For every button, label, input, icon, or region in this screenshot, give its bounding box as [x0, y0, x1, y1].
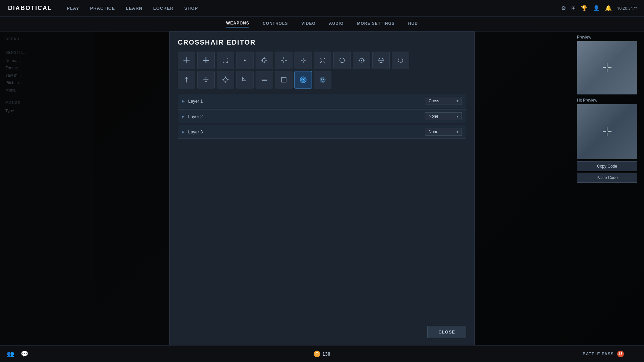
layer-1-select[interactable]: Cross None Dot Circle Square [425, 97, 462, 105]
crosshair-btn-four-arrows[interactable] [197, 71, 215, 88]
nav-play[interactable]: PLAY [67, 6, 79, 11]
hit-preview-crosshair [602, 127, 612, 137]
tab-audio[interactable]: AUDIO [329, 21, 344, 27]
crosshair-btn-square[interactable] [275, 71, 292, 88]
crosshair-btn-cross-gap2[interactable] [294, 52, 312, 69]
crosshair-btn-h-lines[interactable] [256, 71, 273, 88]
crosshair-btn-thick-plus[interactable] [197, 52, 215, 69]
svg-point-28 [361, 60, 362, 61]
chat-icon[interactable]: 💬 [21, 350, 28, 358]
battle-pass-level: 13 [617, 351, 624, 357]
crosshair-btn-circle-fill[interactable] [294, 71, 312, 88]
preview-box [577, 41, 637, 95]
app-logo: DIABOTICAL [0, 5, 60, 12]
layer-2-name: Layer 2 [188, 114, 425, 119]
nav-items: PLAY PRACTICE LEARN LOCKER SHOP [60, 6, 205, 11]
svg-point-12 [244, 60, 246, 61]
svg-point-47 [320, 77, 325, 82]
hit-preview-box [577, 104, 637, 159]
copy-code-button[interactable]: Copy Code [577, 161, 637, 171]
svg-point-49 [323, 79, 324, 80]
paste-code-button[interactable]: Paste Code [577, 173, 637, 183]
balance-display: ¥0.20.347¥ [617, 6, 637, 11]
tab-more-settings[interactable]: MORE SETTINGS [357, 21, 395, 27]
crosshair-btn-thin-plus[interactable] [178, 52, 195, 69]
layer-1-name: Layer 1 [188, 99, 425, 104]
trophy-icon[interactable]: 🏆 [581, 5, 588, 11]
layer-3-select-wrapper: None Cross Dot Circle Square ▼ [425, 128, 462, 136]
modal-title: CROSSHAIR EDITOR [170, 32, 474, 52]
layer-3-arrow: ▶ [182, 130, 185, 134]
layer-2-select-wrapper: None Cross Dot Circle Square ▼ [425, 112, 462, 120]
crosshair-btn-face[interactable] [314, 71, 331, 88]
tab-hud[interactable]: HUD [408, 21, 418, 27]
crosshair-grid [170, 52, 474, 94]
hit-preview-label: Hit Preview [577, 98, 637, 103]
layout-icon[interactable]: ⊞ [571, 5, 576, 11]
crosshair-btn-circle-cross[interactable] [256, 52, 273, 69]
friends-icon[interactable]: 👥 [7, 350, 14, 358]
currency-amount: 130 [322, 351, 330, 357]
crosshair-btn-corner[interactable] [236, 71, 254, 88]
alert-icon[interactable]: 🔔 [605, 5, 612, 11]
layer-2-arrow: ▶ [182, 115, 185, 118]
currency-icon: ⬡ [314, 351, 320, 357]
preview-label: Preview [577, 35, 637, 40]
crosshair-btn-bracket[interactable] [217, 52, 234, 69]
tab-weapons[interactable]: WEAPONS [226, 21, 249, 27]
crosshair-btn-expand[interactable] [314, 52, 331, 69]
top-navigation: DIABOTICAL PLAY PRACTICE LEARN LOCKER SH… [0, 0, 644, 17]
layer-1-arrow: ▶ [182, 99, 185, 103]
nav-locker[interactable]: LOCKER [153, 6, 174, 11]
crosshair-row-2 [178, 71, 466, 88]
bottom-left: 👥 💬 [0, 350, 35, 358]
layer-2-select[interactable]: None Cross Dot Circle Square [425, 112, 462, 120]
crosshair-btn-dot-circle[interactable] [353, 52, 370, 69]
layer-1-select-wrapper: Cross None Dot Circle Square ▼ [425, 97, 462, 105]
close-button[interactable]: Close [427, 326, 466, 338]
svg-point-34 [398, 58, 403, 63]
preview-panel: Preview Hit Preview Copy Code Paste Code [577, 35, 637, 183]
svg-point-26 [340, 58, 344, 63]
crosshair-editor-modal: CROSSHAIR EDITOR [169, 32, 475, 345]
layer-3-name: Layer 3 [188, 129, 425, 134]
crosshair-btn-circle-plus[interactable] [372, 52, 390, 69]
svg-rect-43 [281, 77, 286, 82]
bottom-bar: 👥 💬 ⬡ 130 BATTLE PASS 13 [0, 345, 644, 362]
svg-point-46 [303, 79, 304, 80]
layer-3-select[interactable]: None Cross Dot Circle Square [425, 128, 462, 136]
profile-icon[interactable]: 👤 [593, 5, 600, 11]
tab-controls[interactable]: CONTROLS [263, 21, 288, 27]
crosshair-row-1 [178, 52, 466, 69]
crosshair-btn-diamond[interactable] [217, 71, 234, 88]
tab-video[interactable]: VIDEO [302, 21, 316, 27]
layers-section: ▶ Layer 1 Cross None Dot Circle Square ▼… [170, 94, 474, 139]
crosshair-btn-dot[interactable] [236, 52, 254, 69]
nav-right: ⚙ ⊞ 🏆 👤 🔔 ¥0.20.347¥ [561, 5, 644, 11]
crosshair-btn-circle[interactable] [333, 52, 351, 69]
battle-pass[interactable]: BATTLE PASS 13 [583, 351, 644, 357]
layer-1-row[interactable]: ▶ Layer 1 Cross None Dot Circle Square ▼ [178, 94, 466, 108]
currency-display: ⬡ 130 [314, 351, 330, 357]
crosshair-btn-circle-gap[interactable] [392, 52, 409, 69]
nav-shop[interactable]: SHOP [184, 6, 198, 11]
settings-icon[interactable]: ⚙ [561, 5, 566, 11]
crosshair-btn-gap-cross[interactable] [275, 52, 292, 69]
layer-2-row[interactable]: ▶ Layer 2 None Cross Dot Circle Square ▼ [178, 109, 466, 123]
nav-practice[interactable]: PRACTICE [90, 6, 115, 11]
nav-learn[interactable]: LEARN [126, 6, 143, 11]
crosshair-btn-arrow-up[interactable] [178, 71, 195, 88]
preview-crosshair [602, 63, 612, 73]
tabs-bar: WEAPONS CONTROLS VIDEO AUDIO MORE SETTIN… [0, 17, 644, 32]
svg-point-48 [321, 79, 322, 80]
layer-3-row[interactable]: ▶ Layer 3 None Cross Dot Circle Square ▼ [178, 125, 466, 139]
